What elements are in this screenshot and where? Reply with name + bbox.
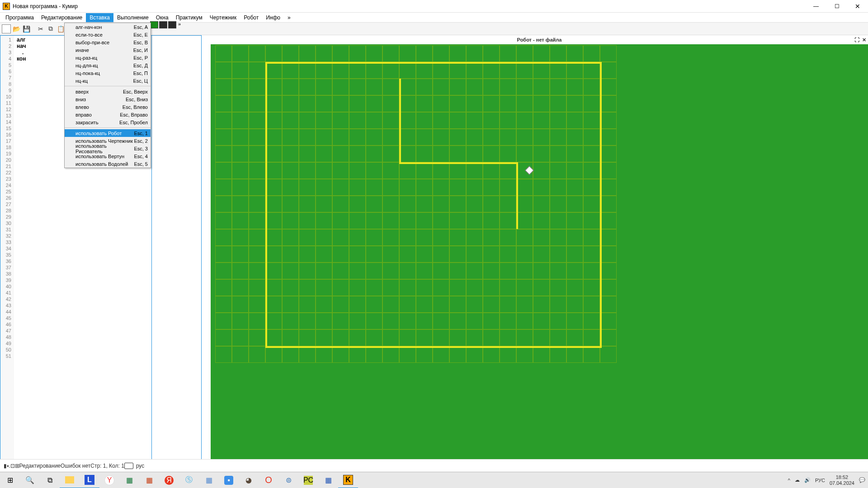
taskbar-yandex-icon[interactable]: Y: [99, 472, 119, 488]
menubar: ПрограммаРедактированиеВставкаВыполнение…: [0, 13, 868, 23]
taskbar-powerpoint-icon[interactable]: ▦: [139, 472, 159, 488]
tray-notifications-icon[interactable]: 💬: [859, 477, 865, 483]
dropdown-item[interactable]: если-то-всеEsc, Е: [65, 31, 151, 38]
tray-volume-icon[interactable]: 🔊: [804, 477, 811, 483]
dropdown-item[interactable]: нц-для-кцEsc, Д: [65, 61, 151, 69]
robot-maximize-icon[interactable]: ⛶: [854, 37, 859, 43]
side-panel: [151, 36, 201, 471]
field-green-icon[interactable]: [150, 21, 158, 28]
taskbar-calc-icon[interactable]: ▦: [199, 472, 219, 488]
menu-Робот[interactable]: Робот: [240, 13, 262, 22]
menu-Редактирование[interactable]: Редактирование: [38, 13, 86, 22]
taskbar: ⊞ 🔍 ⧉ L Y ▦ ▦ Я Ⓢ ▦ ▪ ◕ O ⊚ PC ▦ K ^ ☁ 🔊…: [0, 472, 868, 488]
statusbar: ▮ ▪. ⊡ ⊞ Редактирование Ошибок нет Стр: …: [0, 459, 868, 472]
tray-lang[interactable]: РУС: [815, 478, 825, 483]
taskbar-ya-icon[interactable]: Я: [159, 472, 179, 488]
titlebar: K Новая программа - Кумир — ☐ ✕: [0, 0, 868, 13]
taskbar-gimp-icon[interactable]: ◕: [239, 472, 259, 488]
field-config-icon[interactable]: [168, 21, 176, 28]
keyboard-icon[interactable]: [124, 463, 133, 469]
dropdown-item[interactable]: нц-раз-кцEsc, Р: [65, 54, 151, 61]
cursor-position: Стр: 1, Кол: 1: [90, 463, 124, 469]
menu-Программа[interactable]: Программа: [2, 13, 38, 22]
copy-icon[interactable]: ⧉: [46, 24, 55, 33]
dropdown-item[interactable]: вправоEsc, Вправо: [65, 111, 151, 118]
field-dark-icon[interactable]: [159, 21, 167, 28]
robot-toolbar-left: »: [150, 21, 181, 28]
start-button[interactable]: ⊞: [0, 472, 20, 488]
task-view-icon[interactable]: ⧉: [40, 472, 60, 488]
dropdown-item[interactable]: использовать ВертунEsc, 4: [65, 152, 151, 160]
system-tray: ^ ☁ 🔊 РУС 18:52 07.04.2024 💬: [788, 474, 868, 486]
status-mode: Редактирование: [19, 463, 61, 469]
taskbar-pycharm-icon[interactable]: PC: [298, 472, 318, 488]
line-gutter: 1234567891011121314151617181920212223242…: [0, 36, 14, 471]
taskbar-excel-icon[interactable]: ▦: [119, 472, 139, 488]
open-file-icon[interactable]: 📂: [12, 24, 21, 33]
taskbar-explorer-icon[interactable]: [60, 472, 80, 488]
dropdown-item[interactable]: выбор-при-всеEsc, В: [65, 38, 151, 46]
dropdown-item[interactable]: использовать РоботEsc, 1: [65, 129, 151, 137]
menu-Чертежник[interactable]: Чертежник: [206, 13, 241, 22]
status-icon-2[interactable]: ▪.: [7, 463, 10, 469]
cut-icon[interactable]: ✂: [36, 24, 45, 33]
tray-clock[interactable]: 18:52 07.04.2024: [830, 474, 854, 486]
menu-Инфо[interactable]: Инфо: [262, 13, 284, 22]
status-icon-4[interactable]: ⊞: [15, 463, 19, 469]
taskbar-kumir-icon[interactable]: K: [338, 472, 358, 488]
taskbar-opera-icon[interactable]: O: [259, 472, 278, 488]
taskbar-l-icon[interactable]: L: [80, 472, 99, 488]
robot-field[interactable]: [211, 44, 868, 472]
tray-date: 07.04.2024: [830, 480, 854, 486]
dropdown-item[interactable]: внизEsc, Вниз: [65, 95, 151, 103]
insert-menu-dropdown: алг-нач-конEsc, Aесли-то-всеEsc, Евыбор-…: [64, 23, 151, 168]
dropdown-item[interactable]: закраситьEsc, Пробел: [65, 118, 151, 126]
status-errors: Ошибок нет: [61, 463, 90, 469]
dropdown-item[interactable]: влевоEsc, Влево: [65, 103, 151, 111]
dropdown-item[interactable]: иначеEsc, И: [65, 46, 151, 54]
menu-»[interactable]: »: [284, 13, 294, 22]
dropdown-item[interactable]: алг-нач-конEsc, A: [65, 23, 151, 31]
dropdown-item[interactable]: использовать РисовательEsc, 3: [65, 145, 151, 152]
robot-close-icon[interactable]: ✕: [862, 37, 866, 43]
new-file-icon[interactable]: [2, 24, 11, 33]
dropdown-item[interactable]: нц-пока-кцEsc, П: [65, 69, 151, 77]
robot-header: » Робот - нет файла ⛶ ✕: [211, 35, 868, 44]
app-icon: K: [3, 3, 10, 10]
taskbar-word-icon[interactable]: ▦: [318, 472, 338, 488]
robot-title: Робот - нет файла: [517, 37, 562, 42]
close-button[interactable]: ✕: [847, 0, 868, 13]
tray-time: 18:52: [830, 474, 854, 480]
save-file-icon[interactable]: 💾: [22, 24, 31, 33]
minimize-button[interactable]: —: [806, 0, 826, 13]
taskbar-skype-icon[interactable]: Ⓢ: [179, 472, 199, 488]
menu-Выполнение[interactable]: Выполнение: [113, 13, 152, 22]
tray-onedrive-icon[interactable]: ☁: [795, 477, 800, 483]
dropdown-item[interactable]: использовать ВодолейEsc, 5: [65, 160, 151, 168]
dropdown-item[interactable]: вверхEsc, Вверх: [65, 88, 151, 95]
dropdown-item[interactable]: нц-кцEsc, Ц: [65, 77, 151, 84]
tray-chevron-icon[interactable]: ^: [788, 478, 790, 483]
more-icon[interactable]: »: [178, 21, 181, 28]
taskbar-search-icon[interactable]: 🔍: [20, 472, 40, 488]
status-icon-1[interactable]: ▮: [4, 463, 7, 469]
menu-Окна[interactable]: Окна: [152, 13, 172, 22]
input-language: рус: [136, 463, 144, 469]
taskbar-python-icon[interactable]: ⊚: [278, 472, 298, 488]
window-title: Новая программа - Кумир: [13, 3, 806, 9]
taskbar-zoom-icon[interactable]: ▪: [219, 472, 239, 488]
menu-Вставка[interactable]: Вставка: [86, 13, 113, 22]
maximize-button[interactable]: ☐: [826, 0, 847, 13]
paste-icon[interactable]: 📋: [56, 24, 65, 33]
robot-panel: » Робот - нет файла ⛶ ✕: [211, 35, 868, 472]
status-icon-3[interactable]: ⊡: [10, 463, 15, 469]
window-controls: — ☐ ✕: [806, 0, 868, 13]
menu-Практикум[interactable]: Практикум: [172, 13, 206, 22]
